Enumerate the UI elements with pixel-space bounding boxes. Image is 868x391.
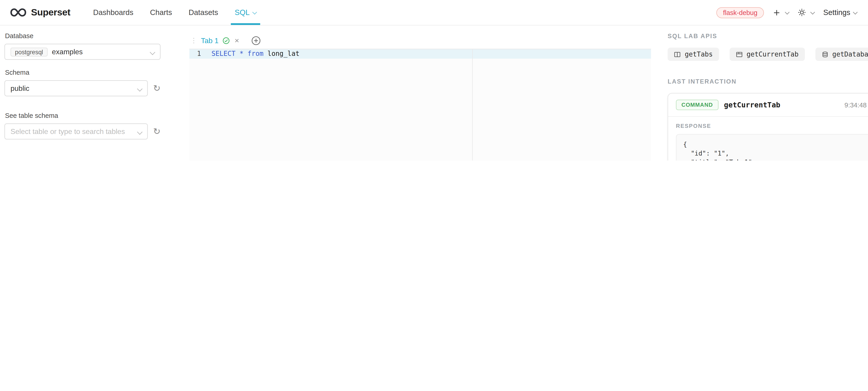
line-number: 1 xyxy=(189,49,209,59)
get-tabs-label: getTabs xyxy=(685,51,713,58)
chevron-down-icon xyxy=(785,9,789,14)
get-tabs-button[interactable]: getTabs xyxy=(668,48,719,61)
tabs-icon xyxy=(674,51,681,58)
database-select[interactable]: postgresql examples xyxy=(4,44,161,60)
chevron-down-icon xyxy=(853,9,858,14)
close-tab-icon[interactable]: × xyxy=(235,36,239,45)
sql-editor-area: ⋮ Tab 1 × 1 SELECT * from long_lat xyxy=(176,26,659,160)
sql-code-editor[interactable]: 1 SELECT * from long_lat xyxy=(189,49,651,161)
refresh-schemas-icon[interactable]: ↻ xyxy=(153,84,161,93)
top-navbar: Superset Dashboards Charts Datasets SQL … xyxy=(0,0,868,26)
current-tab-icon xyxy=(735,51,743,58)
editor-tab-1[interactable]: ⋮ Tab 1 × xyxy=(189,36,244,45)
editor-tab-bar: ⋮ Tab 1 × xyxy=(189,32,651,49)
command-badge: COMMAND xyxy=(676,100,718,110)
command-name: getCurrentTab xyxy=(724,101,780,109)
chevron-down-icon xyxy=(137,86,142,92)
database-label: Database xyxy=(5,32,161,40)
sql-query-text[interactable]: SELECT * from long_lat xyxy=(211,49,300,59)
environment-badge: flask-debug xyxy=(716,7,764,18)
table-select-placeholder: Select table or type to search tables xyxy=(10,127,125,136)
print-margin xyxy=(472,49,473,161)
last-interaction-title: LAST INTERACTION xyxy=(668,78,868,85)
sql-lab-api-panel: SQL LAB APIS getTabs getCurrentTab getDa… xyxy=(659,26,868,160)
superset-logo[interactable]: Superset xyxy=(10,0,70,25)
table-select[interactable]: Select table or type to search tables xyxy=(4,124,148,140)
settings-menu[interactable]: Settings xyxy=(823,8,857,17)
get-current-tab-label: getCurrentTab xyxy=(746,51,799,58)
database-value: examples xyxy=(52,48,83,56)
sun-icon xyxy=(798,8,806,17)
database-icon xyxy=(821,51,829,58)
api-panel-title: SQL LAB APIS xyxy=(668,33,868,39)
response-label: RESPONSE xyxy=(676,123,868,129)
get-current-tab-button[interactable]: getCurrentTab xyxy=(730,48,805,61)
chevron-down-icon xyxy=(252,9,257,14)
schema-value: public xyxy=(10,84,29,93)
nav-datasets[interactable]: Datasets xyxy=(180,0,226,25)
editor-tab-label: Tab 1 xyxy=(201,36,219,45)
nav-sql-label: SQL xyxy=(235,8,250,17)
refresh-tables-icon[interactable]: ↻ xyxy=(153,127,161,136)
table-schema-label: See table schema xyxy=(5,112,161,120)
plus-icon xyxy=(773,9,781,17)
response-json: { "id": "1", "title": "Tab 1", "editor":… xyxy=(676,134,868,161)
get-databases-button[interactable]: getDatabases xyxy=(815,48,868,61)
last-interaction-card: COMMAND getCurrentTab 9:34:48 AM RESPONS… xyxy=(668,93,868,161)
get-databases-label: getDatabases xyxy=(832,51,868,58)
settings-label: Settings xyxy=(823,8,850,17)
new-item-menu[interactable] xyxy=(773,9,789,17)
nav-sql[interactable]: SQL xyxy=(226,0,265,25)
theme-menu[interactable] xyxy=(798,8,814,17)
schema-select[interactable]: public xyxy=(4,80,148,96)
command-timestamp: 9:34:48 AM xyxy=(844,101,868,109)
chevron-down-icon xyxy=(137,129,142,135)
plus-circle-icon xyxy=(251,36,261,45)
query-success-icon xyxy=(222,37,229,44)
sql-lab-page: Superset Dashboards Charts Datasets SQL … xyxy=(0,0,868,161)
drag-handle-icon[interactable]: ⋮ xyxy=(190,37,197,44)
schema-label: Schema xyxy=(5,69,161,76)
main-nav: Dashboards Charts Datasets SQL xyxy=(85,0,265,25)
nav-dashboards[interactable]: Dashboards xyxy=(85,0,142,25)
api-buttons: getTabs getCurrentTab getDatabases xyxy=(668,48,868,61)
chevron-down-icon xyxy=(810,9,815,14)
brand-name: Superset xyxy=(31,7,70,18)
sql-lab-left-panel: Database postgresql examples Schema publ… xyxy=(0,26,176,160)
database-type-tag: postgresql xyxy=(10,47,48,56)
superset-logo-icon xyxy=(10,7,27,18)
nav-charts[interactable]: Charts xyxy=(142,0,180,25)
chevron-down-icon xyxy=(150,50,155,55)
new-tab-button[interactable] xyxy=(251,36,261,45)
